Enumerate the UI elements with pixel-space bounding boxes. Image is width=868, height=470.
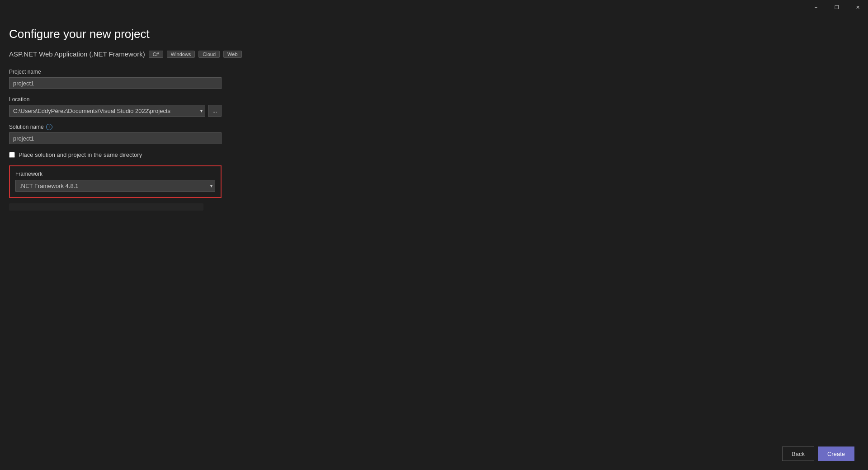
location-select-wrap: C:\Users\EddyPérez\Documents\Visual Stud… (9, 105, 205, 117)
framework-select-wrap: .NET Framework 4.8.1 ▾ (15, 180, 215, 192)
form-section: Project name Location C:\Users\EddyPérez… (9, 69, 222, 211)
restore-button[interactable]: ❐ (826, 0, 847, 14)
same-directory-label: Place solution and project in the same d… (19, 151, 142, 158)
framework-label: Framework (15, 171, 215, 177)
tag-windows: Windows (167, 51, 195, 58)
project-type-name: ASP.NET Web Application (.NET Framework) (9, 50, 145, 58)
project-name-input[interactable] (9, 77, 222, 89)
back-button[interactable]: Back (782, 446, 814, 461)
close-button[interactable]: ✕ (847, 0, 868, 14)
same-directory-checkbox[interactable] (9, 152, 15, 158)
create-button[interactable]: Create (818, 446, 854, 461)
location-label: Location (9, 96, 222, 103)
location-select[interactable]: C:\Users\EddyPérez\Documents\Visual Stud… (9, 105, 205, 117)
project-name-group: Project name (9, 69, 222, 89)
page-title: Configure your new project (9, 27, 854, 41)
bottom-bar: Back Create (782, 446, 854, 461)
solution-name-label: Solution name (9, 124, 44, 130)
solution-name-group: Solution name i (9, 124, 222, 144)
tag-cloud: Cloud (198, 51, 220, 58)
same-directory-checkbox-row: Place solution and project in the same d… (9, 151, 222, 158)
minimize-button[interactable]: − (806, 0, 826, 14)
location-row: C:\Users\EddyPérez\Documents\Visual Stud… (9, 105, 222, 117)
tag-web: Web (223, 51, 241, 58)
framework-section: Framework .NET Framework 4.8.1 ▾ (9, 165, 222, 198)
project-type-row: ASP.NET Web Application (.NET Framework)… (9, 50, 854, 58)
main-content: Configure your new project ASP.NET Web A… (0, 14, 868, 470)
project-name-label: Project name (9, 69, 222, 75)
obscured-content (9, 203, 203, 211)
solution-name-input[interactable] (9, 132, 222, 144)
solution-name-info-icon[interactable]: i (46, 124, 52, 130)
title-bar: − ❐ ✕ (806, 0, 868, 14)
browse-button[interactable]: ... (208, 105, 222, 117)
location-group: Location C:\Users\EddyPérez\Documents\Vi… (9, 96, 222, 117)
framework-select[interactable]: .NET Framework 4.8.1 (15, 180, 215, 192)
tag-csharp: C# (149, 51, 163, 58)
solution-name-label-row: Solution name i (9, 124, 222, 130)
